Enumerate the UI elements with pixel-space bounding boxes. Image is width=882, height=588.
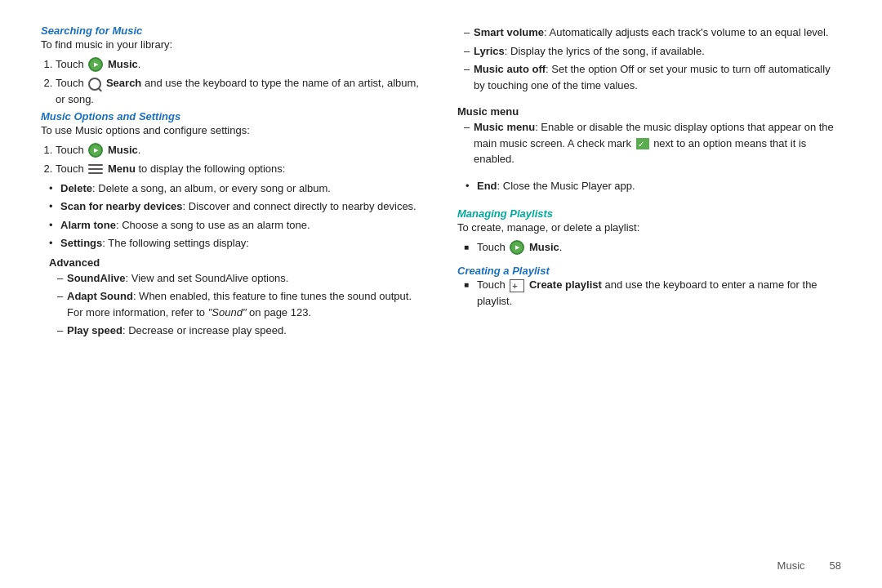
- dash-adaptsound: Adapt Sound: When enabled, this feature …: [57, 288, 425, 320]
- dash-smartvolume: Smart volume: Automatically adjusts each…: [464, 24, 841, 41]
- footer-page: 58: [830, 559, 841, 572]
- step-1-options: Touch Music.: [56, 142, 425, 158]
- menu-icon-step2: [88, 164, 103, 176]
- option-delete: Delete: Delete a song, an album, or ever…: [49, 180, 425, 197]
- section-title-options: Music Options and Settings: [41, 110, 425, 122]
- check-icon: [636, 138, 649, 149]
- section-intro-options: To use Music options and configure setti…: [41, 122, 425, 139]
- footer-label: Music: [777, 559, 805, 572]
- dash-musicmenu: Music menu: Enable or disable the music …: [464, 119, 841, 167]
- managing-square-list: Touch Music.: [464, 239, 841, 256]
- advanced-dash-list: SoundAlive: View and set SoundAlive opti…: [57, 270, 425, 339]
- dash-playspeed: Play speed: Decrease or increase play sp…: [57, 323, 425, 339]
- left-column: Searching for Music To find music in you…: [41, 24, 425, 564]
- section-creating-playlist: Creating a Playlist Touch Create playlis…: [457, 265, 841, 312]
- steps-searching: Touch Music. Touch Search and use the ke…: [56, 56, 425, 108]
- music-icon-options-step1: [88, 143, 103, 158]
- music-label-step1: Music: [108, 58, 138, 70]
- section-title-managing: Managing Playlists: [457, 207, 841, 220]
- advanced-label: Advanced: [49, 256, 425, 269]
- music-icon-managing: [510, 240, 524, 255]
- music-label-options-step1: Music: [108, 144, 138, 156]
- create-playlist-icon: [510, 279, 524, 292]
- section-music-options: Music Options and Settings To use Music …: [41, 110, 425, 342]
- section-intro-searching: To find music in your library:: [41, 37, 425, 53]
- managing-bullet-1: Touch Music.: [464, 239, 841, 256]
- step-2-searching: Touch Search and use the keyboard to typ…: [56, 75, 425, 107]
- option-settings: Settings: The following settings display…: [49, 235, 425, 252]
- section-managing-playlists: Managing Playlists To create, manage, or…: [457, 207, 841, 258]
- section-title-searching: Searching for Music: [41, 24, 425, 37]
- option-end: End: Close the Music Player app.: [466, 178, 841, 194]
- dash-soundalive: SoundAlive: View and set SoundAlive opti…: [57, 270, 425, 287]
- creating-bullet-1: Touch Create playlist and use the keyboa…: [464, 277, 841, 309]
- music-menu-label: Music menu: [457, 105, 841, 118]
- section-title-creating: Creating a Playlist: [457, 265, 841, 277]
- section-intro-managing: To create, manage, or delete a playlist:: [457, 220, 841, 236]
- music-menu-dash-list: Music menu: Enable or disable the music …: [464, 119, 841, 170]
- create-playlist-label: Create playlist: [529, 278, 602, 291]
- step-1-searching: Touch Music.: [56, 56, 425, 73]
- dash-musicautooff: Music auto off: Set the option Off or se…: [464, 61, 841, 93]
- creating-square-list: Touch Create playlist and use the keyboa…: [464, 277, 841, 309]
- right-column: Smart volume: Automatically adjusts each…: [457, 24, 841, 564]
- options-bullet-list: Delete: Delete a song, an album, or ever…: [49, 180, 425, 252]
- steps-options: Touch Music. Touch Menu to display the f…: [56, 142, 425, 177]
- dash-lyrics: Lyrics: Display the lyrics of the song, …: [464, 43, 841, 60]
- menu-label-step2: Menu: [108, 163, 136, 175]
- music-label-managing: Music: [529, 241, 559, 253]
- section-searching-for-music: Searching for Music To find music in you…: [41, 24, 425, 110]
- search-icon-step2: [88, 78, 101, 91]
- search-label-step2: Search: [106, 77, 141, 89]
- end-bullet-list: End: Close the Music Player app.: [466, 178, 841, 197]
- page: Searching for Music To find music in you…: [0, 0, 882, 588]
- option-alarm: Alarm tone: Choose a song to use as an a…: [49, 217, 425, 234]
- right-dash-list-top: Smart volume: Automatically adjusts each…: [464, 24, 841, 96]
- footer: Music 58: [777, 559, 841, 572]
- music-icon-step1: [88, 57, 103, 72]
- option-scan: Scan for nearby devices: Discover and co…: [49, 198, 425, 215]
- step-2-options: Touch Menu to display the following opti…: [56, 161, 425, 177]
